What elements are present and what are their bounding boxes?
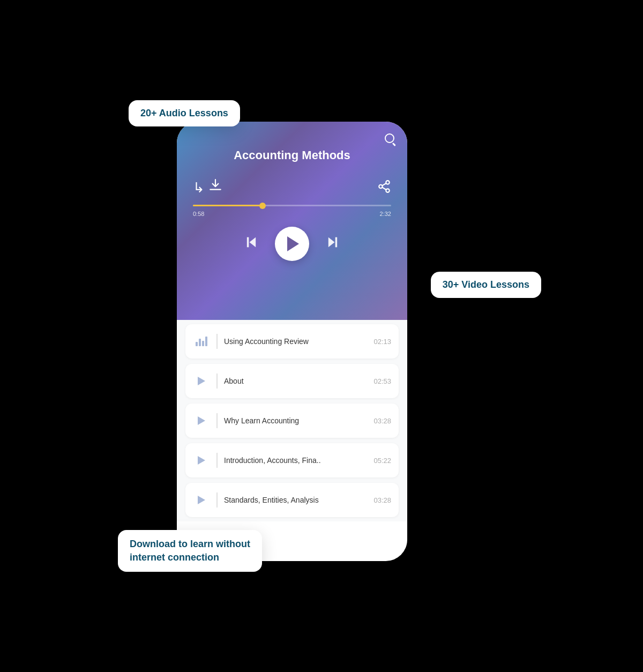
bar-chart-icon — [193, 333, 210, 350]
player-title: Accounting Methods — [234, 148, 350, 162]
prev-button[interactable] — [244, 235, 259, 253]
progress-fill — [193, 205, 263, 206]
download-label-line1: Download to learn without — [130, 537, 250, 551]
divider — [216, 413, 218, 428]
search-icon[interactable] — [385, 132, 394, 146]
progress-track[interactable] — [193, 205, 391, 206]
playlist-item-duration: 05:22 — [373, 457, 391, 465]
svg-rect-6 — [247, 237, 249, 247]
playlist-item-name: Using Accounting Review — [224, 337, 367, 346]
play-icon — [193, 452, 210, 469]
play-icon — [193, 412, 210, 429]
progress-container[interactable] — [188, 205, 397, 206]
next-button[interactable] — [325, 235, 340, 253]
download-label-line2: internet connection — [130, 551, 250, 564]
playlist-item[interactable]: Using Accounting Review 02:13 — [185, 324, 399, 359]
current-time: 0:58 — [193, 211, 204, 217]
download-icon[interactable]: ↳ — [193, 178, 222, 196]
playlist-item[interactable]: Standards, Entities, Analysis 03:28 — [185, 483, 399, 517]
player-section: Accounting Methods ↳ — [177, 122, 407, 320]
total-time: 2:32 — [380, 211, 391, 217]
progress-thumb — [259, 203, 266, 209]
player-controls — [244, 227, 340, 261]
playlist-item-duration: 03:28 — [373, 496, 391, 504]
video-lessons-card: 30+ Video Lessons — [431, 272, 541, 298]
playlist-item-duration: 02:13 — [373, 338, 391, 346]
svg-line-4 — [382, 183, 386, 185]
play-icon — [193, 372, 210, 390]
playlist-item-duration: 03:28 — [373, 417, 391, 425]
audio-lessons-label: 20+ Audio Lessons — [140, 108, 228, 118]
divider — [216, 453, 218, 468]
playlist-item-name: Standards, Entities, Analysis — [224, 496, 367, 504]
playlist-item-name: Introduction, Accounts, Fina.. — [224, 456, 367, 465]
download-card: Download to learn without internet conne… — [118, 530, 262, 572]
playlist-item-name: About — [224, 377, 367, 385]
playlist-section: Using Accounting Review 02:13 About 02:5… — [177, 320, 407, 521]
play-triangle-icon — [287, 236, 299, 251]
svg-line-3 — [382, 187, 386, 189]
phone-mockup: Accounting Methods ↳ — [177, 122, 407, 561]
playlist-item[interactable]: About 02:53 — [185, 364, 399, 398]
svg-marker-7 — [328, 237, 335, 247]
share-icon[interactable] — [377, 180, 391, 196]
scene: 20+ Audio Lessons 30+ Video Lessons Down… — [134, 68, 509, 604]
divider — [216, 492, 218, 507]
play-icon — [193, 491, 210, 509]
play-button[interactable] — [275, 227, 309, 261]
divider — [216, 374, 218, 389]
audio-lessons-card: 20+ Audio Lessons — [129, 100, 240, 126]
playlist-item[interactable]: Why Learn Accounting 03:28 — [185, 404, 399, 438]
player-actions: ↳ — [188, 178, 397, 196]
video-lessons-label: 30+ Video Lessons — [443, 279, 529, 290]
playlist-item[interactable]: Introduction, Accounts, Fina.. 05:22 — [185, 443, 399, 477]
playlist-item-name: Why Learn Accounting — [224, 416, 367, 425]
divider — [216, 334, 218, 349]
svg-marker-5 — [250, 237, 256, 247]
playlist-item-duration: 02:53 — [373, 377, 391, 385]
progress-times: 0:58 2:32 — [188, 211, 397, 217]
svg-rect-8 — [335, 237, 338, 247]
